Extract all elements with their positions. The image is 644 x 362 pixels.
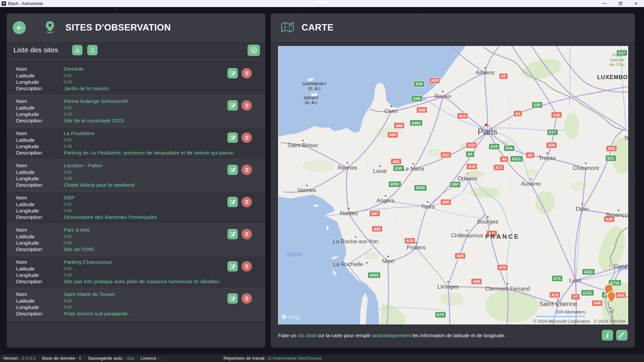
map-panel-header: CARTE [271,13,635,42]
region-label: cogne [287,251,302,257]
delete-site-button[interactable] [241,293,252,304]
close-button[interactable]: ✕ [628,0,644,7]
titlebar-drag-handle[interactable] [318,1,327,4]
road-shield: A87 [370,210,380,217]
field-label-description: Description [16,246,64,252]
road-shield: A77 [493,165,504,171]
edit-site-button[interactable] [227,229,238,239]
trash-icon [244,296,250,301]
titlebar[interactable]: Black - Astronomie ✕ [0,0,644,7]
sites-toolbar: Liste des sites [7,42,265,58]
road-shield: A84 [387,132,398,138]
edit-site-button[interactable] [227,261,238,272]
road-shield: A75 [497,264,508,270]
svg-text:Orléans: Orléans [458,175,477,182]
svg-text:A10: A10 [468,143,475,147]
road-shield: A13 [457,113,468,119]
svg-text:E44: E44 [416,82,423,86]
map[interactable]: E17A29A1E44E46A28A13E402A88A84E50A4A26E1… [278,46,628,324]
svg-text:A6: A6 [502,157,507,161]
site-longitude: 0.00 [64,80,72,84]
app-icon [2,1,6,6]
map-scale: 100 kilometers [536,309,585,317]
svg-text:E5: E5 [468,152,473,156]
satellite-view-button[interactable] [616,330,628,341]
svg-text:Tours: Tours [421,203,435,210]
road-shield: A81 [391,159,401,165]
edit-site-button[interactable] [227,68,238,78]
road-shield: A85 [440,199,451,205]
site-latitude: 0.00 [64,73,72,78]
svg-text:A26: A26 [548,143,555,147]
road-shield: E602 [368,272,381,278]
edit-site-button[interactable] [227,197,238,207]
road-shield: E502 [414,185,427,191]
field-label-longitude: Longitude [16,240,64,246]
instruction-text: les information de latitude et de longit… [411,333,505,338]
svg-text:A88: A88 [395,124,402,128]
svg-text:E60: E60 [452,182,459,186]
svg-text:Amiens: Amiens [476,69,494,76]
field-label-description: Description [16,214,64,220]
back-button[interactable] [13,21,26,34]
delete-site-button[interactable] [241,229,252,239]
restore-icon [619,2,622,5]
field-label-name: Nom [16,195,64,201]
field-label-longitude: Longitude [16,111,64,117]
city-label: La Rochelle [333,261,368,267]
site-name: OBP [64,195,75,201]
road-shield: E44 [414,81,425,87]
statusbar-item: Version : 2.0.0.0 [0,356,39,361]
map-instruction: Faite un clic droit sur la carte pour re… [278,333,505,338]
svg-text:A29: A29 [431,78,438,82]
instruction-text: sur la carte pour remplir [316,333,372,338]
site-longitude: 0.00 [64,176,72,181]
basemap-svg: E17A29A1E44E46A28A13E402A88A84E50A4A26E1… [278,46,628,324]
add-icon [250,47,258,54]
svg-text:A5: A5 [528,153,533,157]
export-sites-button[interactable] [87,45,98,55]
minimize-button[interactable] [597,0,612,7]
map-icon [281,21,294,34]
site-description: Chalet Airbnb pour le weekend [64,182,135,188]
import-sites-button[interactable] [72,45,83,55]
edit-site-button[interactable] [227,100,238,111]
road-shield: A29 [429,77,440,83]
svg-text:A89: A89 [473,280,480,284]
location-pin-icon [45,21,55,35]
delete-site-button[interactable] [241,132,252,143]
road-shield: E402 [410,120,423,126]
road-shield: E46 [412,96,422,102]
road-shield: A26 [546,142,557,148]
edit-site-button[interactable] [227,165,238,175]
add-site-button[interactable] [248,45,260,56]
road-shield: E15 [489,143,499,149]
road-shield: A7 [571,294,580,300]
delete-site-button[interactable] [241,165,252,175]
map-panel-title: CARTE [302,22,334,33]
delete-site-button[interactable] [241,100,252,111]
edit-site-button[interactable] [227,293,238,304]
site-longitude: 0.00 [64,112,72,117]
delete-site-button[interactable] [241,197,252,207]
region-label: FRANCE [485,233,520,240]
field-label-latitude: Latitude [16,298,64,304]
road-shield: E50 [532,102,543,108]
site-row: NomFerme Auberge SchiessrothLatitude0.00… [7,95,265,127]
road-view-button[interactable] [602,330,613,341]
edit-site-button[interactable] [227,132,238,143]
site-latitude: 0.00 [64,202,72,207]
field-label-latitude: Latitude [16,266,64,272]
site-longitude: 0.00 [64,241,72,245]
field-label-name: Nom [16,163,64,169]
site-description: Observatoire des Barronies Provençales [64,214,157,220]
restore-button[interactable] [612,0,628,7]
svg-text:Poitiers: Poitiers [407,244,426,251]
delete-site-button[interactable] [241,261,252,272]
field-label-longitude: Longitude [16,79,64,85]
map-pins [600,284,619,307]
sites-panel-title: SITES D'OBSERVATION [65,22,171,33]
svg-text:A20: A20 [457,254,464,258]
site-name: Parking Chamrousse [64,259,112,265]
delete-site-button[interactable] [241,68,252,78]
